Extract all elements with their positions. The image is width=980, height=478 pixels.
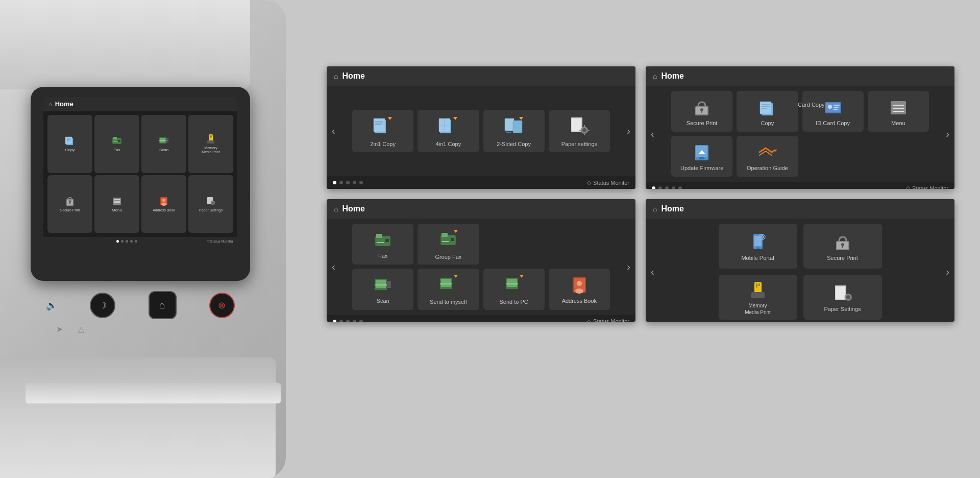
2sided-copy-icon — [504, 116, 524, 135]
sleep-button[interactable]: ☽ — [90, 293, 115, 318]
nav-right-p2[interactable]: › — [946, 128, 949, 140]
2in1-copy-icon — [373, 116, 393, 135]
screen-header: ⌂ Home — [43, 97, 237, 111]
panel-bottom-left: ⌂ Home ‹ Fax — [327, 199, 635, 322]
item-menu-p2[interactable]: Menu — [868, 91, 929, 132]
item-4in1-copy[interactable]: 4in1 Copy — [418, 110, 479, 152]
item-secure-print-p2[interactable]: Secure Print — [671, 91, 732, 132]
nav-left-p4[interactable]: ‹ — [651, 266, 654, 278]
copy-label-p2: Copy — [761, 119, 774, 127]
nav-right-p1[interactable]: › — [627, 125, 630, 137]
nav-left-p2[interactable]: ‹ — [651, 128, 654, 140]
screen-item-fax[interactable]: Fax — [94, 115, 139, 173]
item-send-pc-p3[interactable]: Send to PC — [483, 269, 545, 309]
item-group-fax-p3[interactable]: Group Fax — [418, 224, 479, 265]
panel-top-left-title: Home — [342, 71, 364, 81]
dot-3 — [126, 240, 128, 243]
screen-item-memory-print[interactable]: MemoryMedia Print — [188, 115, 233, 173]
item-memory-print-p4[interactable]: MemoryMedia Print — [719, 275, 797, 320]
item-2in1-copy[interactable]: 2in1 Copy — [352, 110, 413, 152]
item-address-book-p3[interactable]: Address Book — [549, 269, 610, 309]
menu-label-p2: Menu — [891, 119, 905, 127]
status-monitor-screen[interactable]: ◇Status Monitor — [207, 239, 233, 243]
scan-icon-p3 — [373, 276, 393, 294]
item-update-firmware-p2[interactable]: Update Firmware — [671, 136, 732, 177]
scan-icon-screen — [158, 135, 169, 146]
status-monitor-p1[interactable]: ◇Status Monitor — [587, 179, 629, 186]
panel-top-right-footer: ◇Status Monitor — [646, 182, 954, 189]
svg-rect-82 — [377, 242, 384, 243]
item-send-myself-p3[interactable]: Send to myself — [418, 269, 479, 309]
paper-settings-icon-p4 — [833, 284, 852, 302]
svg-rect-114 — [754, 282, 762, 293]
screen-item-secure-print[interactable]: Secure Print — [47, 175, 92, 233]
svg-rect-45 — [513, 121, 522, 133]
item-copy-p2[interactable]: Copy — [737, 91, 798, 132]
panel-bottom-right-grid: Mobile Portal Secure Print — [719, 224, 882, 320]
item-mobile-portal-p4[interactable]: Mobile Portal — [719, 224, 797, 269]
svg-rect-80 — [376, 234, 382, 238]
2in1-copy-icon-wrap — [373, 116, 393, 137]
item-id-card-copy-p2[interactable]: ID Card Copy — [802, 91, 864, 132]
secure-print-icon-p4 — [833, 233, 852, 251]
svg-rect-85 — [451, 238, 454, 241]
svg-marker-95 — [454, 275, 458, 278]
empty-cell-p2-1 — [802, 136, 864, 177]
item-scan-p3[interactable]: Scan — [352, 269, 413, 309]
id-card-copy-label-p2: ID Card Copy — [816, 119, 850, 127]
screen-housing: ⌂ Home Copy — [31, 87, 250, 281]
item-secure-print-p4[interactable]: Secure Print — [803, 224, 882, 269]
screen-dots — [47, 240, 207, 243]
panel-top-left-header: ⌂ Home — [327, 66, 635, 86]
screen-item-scan[interactable]: Scan — [141, 115, 186, 173]
svg-rect-21 — [69, 202, 70, 204]
svg-point-28 — [162, 199, 165, 202]
panel-bottom-right-title: Home — [661, 204, 683, 213]
4in1-copy-icon-wrap — [438, 116, 458, 137]
svg-rect-16 — [207, 140, 214, 144]
send-myself-icon-wrap-p3 — [438, 275, 458, 295]
address-book-label-p3: Address Book — [562, 297, 597, 304]
nav-right-p3[interactable]: › — [627, 261, 630, 273]
pdot-p2-3 — [665, 186, 669, 189]
screen-item-paper-settings[interactable]: Paper Settings — [188, 175, 233, 233]
nav-right-p4[interactable]: › — [946, 266, 949, 278]
volume-icon: 🔈 — [46, 300, 57, 311]
status-monitor-p2[interactable]: ◇Status Monitor — [906, 185, 948, 189]
item-paper-settings-p4[interactable]: Paper Settings — [803, 275, 882, 320]
svg-rect-34 — [374, 118, 385, 132]
panel-dots-p2 — [652, 186, 682, 189]
nav-left-p1[interactable]: ‹ — [332, 125, 335, 137]
screen-item-menu[interactable]: Menu — [94, 175, 139, 233]
item-paper-settings-p1[interactable]: Paper settings — [549, 110, 610, 152]
pdot-p2-2 — [658, 186, 662, 189]
svg-point-102 — [577, 281, 582, 286]
svg-rect-117 — [751, 292, 765, 298]
menu-icon-screen — [111, 195, 122, 206]
svg-rect-60 — [760, 102, 771, 114]
svg-rect-15 — [211, 135, 212, 137]
pdot-p2-4 — [672, 186, 675, 189]
nav-left-p3[interactable]: ‹ — [332, 261, 335, 273]
dot-4 — [130, 240, 133, 243]
stop-button[interactable]: ⊗ — [209, 293, 235, 318]
card-copy-label: Card Copy — [798, 102, 825, 108]
secure-print-label-p2: Secure Print — [687, 119, 718, 127]
send-myself-icon-p3 — [438, 275, 458, 293]
screen-item-address-book[interactable]: Address Book — [141, 175, 186, 233]
home-button[interactable]: ⌂ — [149, 291, 177, 319]
dot-1 — [116, 240, 119, 243]
screen-item-copy[interactable]: Copy — [47, 115, 92, 173]
item-operation-guide-p2[interactable]: Operation Guide — [737, 136, 798, 177]
pdot-p2-1 — [652, 186, 655, 189]
2in1-copy-label: 2in1 Copy — [370, 140, 396, 148]
svg-rect-84 — [442, 233, 448, 237]
status-monitor-p3[interactable]: ◇Status Monitor — [587, 318, 629, 322]
panel-bottom-right-header: ⌂ Home — [646, 199, 954, 219]
svg-point-66 — [828, 105, 832, 109]
item-fax-p3[interactable]: Fax — [352, 224, 413, 265]
item-2sided-copy[interactable]: 2-Sided Copy — [483, 110, 545, 152]
home-icon-p3: ⌂ — [334, 205, 338, 213]
menu-icon-p2 — [889, 98, 908, 116]
paper-settings-label-p4: Paper Settings — [824, 305, 861, 313]
